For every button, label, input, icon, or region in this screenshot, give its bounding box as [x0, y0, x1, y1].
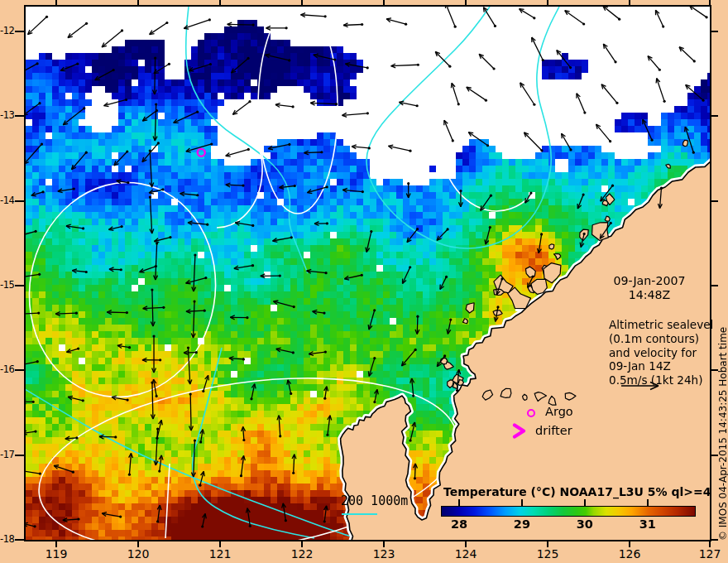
valid-time-annotation: 09-Jan-2007 14:48Z [587, 274, 711, 302]
colorbar-label-31: 31 [631, 517, 664, 531]
colorbar-tick-31 [647, 499, 649, 506]
x-tick-label-122: 122 [285, 547, 318, 561]
y-tick-label--14: -14 [0, 195, 14, 206]
y-tick-label--16: -16 [0, 363, 14, 375]
y-tick-label--13: -13 [0, 109, 14, 121]
argo-legend-label: Argo [545, 405, 573, 418]
colorbar-gradient [441, 506, 696, 517]
y-tick-label--17: -17 [0, 449, 14, 460]
x-tick-121 [219, 541, 221, 547]
sst-field-canvas [26, 7, 710, 540]
x-tick-top-123 [383, 0, 385, 5]
valid-date: 09-Jan-2007 [587, 274, 711, 288]
x-tick-top-127 [709, 0, 711, 5]
credit-text: © IMOS 04-Apr-2015 14:43:25 Hobart time [717, 327, 728, 541]
colorbar-label-29: 29 [505, 517, 539, 531]
x-tick-top-124 [465, 0, 467, 5]
y-tick--17 [15, 455, 25, 456]
velocity-scale-arrow-icon [619, 380, 665, 392]
x-tick-124 [465, 541, 467, 547]
sst-map-figure: { "page": { "background": "#F7C89A", "la… [0, 0, 728, 563]
x-tick-127 [709, 541, 711, 547]
x-tick-top-122 [301, 0, 303, 5]
x-tick-top-125 [547, 0, 548, 5]
bathymetry-contour-sample-line [342, 513, 377, 515]
drifter-legend-label: drifter [535, 424, 572, 437]
x-tick-top-119 [55, 0, 57, 5]
colorbar-label-30: 30 [568, 517, 601, 531]
x-tick-122 [301, 541, 303, 547]
x-tick-125 [547, 541, 548, 547]
y-tick--12 [15, 31, 25, 32]
drifter-marker-icon [512, 423, 527, 439]
bathymetry-legend-label: 200 1000m [341, 493, 408, 508]
colorbar-title: Temperature (°C) NOAA17_L3U 5% ql>=4 [443, 485, 692, 498]
colorbar-tick-30 [584, 499, 586, 506]
altimetry-note-line: (0.1m contours) [609, 332, 713, 346]
x-tick-label-119: 119 [40, 547, 73, 561]
altimetry-note: Altimetric sealevel (0.1m contours) and … [609, 318, 713, 387]
y-tick--16 [15, 369, 25, 371]
y-tick-label--12: -12 [0, 25, 14, 36]
x-tick-top-126 [629, 0, 630, 5]
x-tick-label-121: 121 [204, 547, 237, 561]
x-tick-label-120: 120 [122, 547, 155, 561]
valid-hour: 14:48Z [587, 288, 711, 302]
y-tick-right--12 [711, 31, 718, 32]
x-tick-label-127: 127 [693, 547, 726, 561]
x-tick-label-125: 125 [531, 547, 564, 561]
x-tick-123 [383, 541, 385, 547]
colorbar-label-28: 28 [443, 517, 476, 531]
y-tick-label--15: -15 [0, 279, 14, 291]
altimetry-note-line: 09-Jan 14Z [609, 359, 713, 373]
x-tick-120 [137, 541, 139, 547]
altimetry-note-line: and velocity for [609, 346, 713, 360]
x-tick-top-120 [137, 0, 139, 5]
y-tick-right--13 [711, 115, 718, 117]
y-tick-right--14 [711, 200, 718, 202]
x-tick-119 [55, 541, 57, 547]
y-tick-label--18: -18 [0, 533, 14, 545]
x-tick-126 [629, 541, 630, 547]
x-tick-label-126: 126 [613, 547, 646, 561]
x-tick-top-121 [219, 0, 221, 5]
argo-marker-icon [527, 409, 535, 417]
y-tick--13 [15, 115, 25, 117]
y-tick--14 [15, 200, 25, 202]
y-tick--15 [15, 285, 25, 286]
y-tick--18 [15, 539, 25, 541]
x-tick-label-123: 123 [367, 547, 400, 561]
colorbar-tick-29 [521, 499, 523, 506]
x-tick-label-124: 124 [449, 547, 482, 561]
colorbar-tick-28 [458, 499, 460, 506]
altimetry-note-line: Altimetric sealevel [609, 318, 713, 332]
y-tick-right--15 [711, 285, 718, 286]
